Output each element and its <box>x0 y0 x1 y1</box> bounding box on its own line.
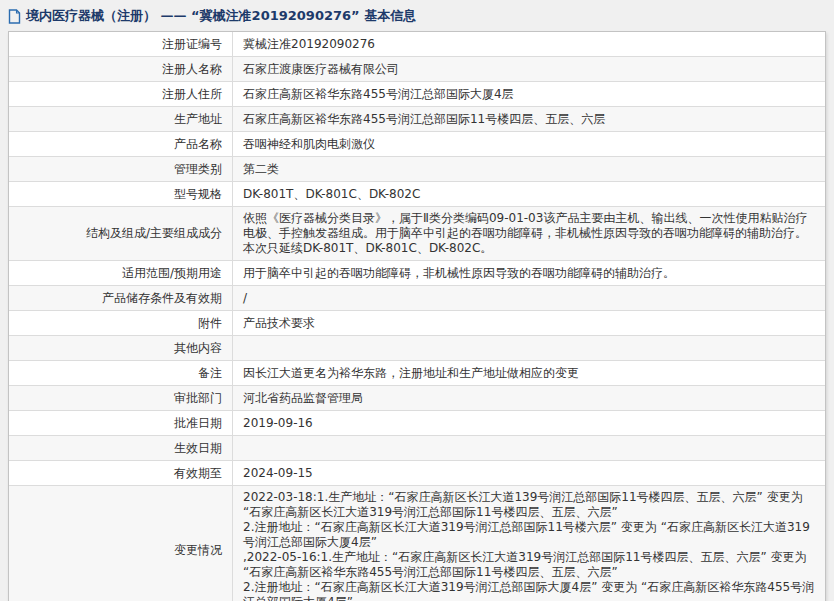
table-row-other-content: 其他内容 <box>9 336 825 361</box>
table-row-structure-composition: 结构及组成/主要组成成分 依照《医疗器械分类目录》，属于Ⅱ类分类编码09-01-… <box>9 207 825 261</box>
row-label: 结构及组成/主要组成成分 <box>9 207 233 260</box>
row-value: 2022-03-18:1.生产地址：“石家庄高新区长江大道139号润江总部国际1… <box>243 490 815 601</box>
row-label: 生产地址 <box>9 107 233 131</box>
table-row-production-address: 生产地址 石家庄高新区裕华东路455号润江总部国际11号楼四层、五层、六层 <box>9 107 825 132</box>
row-label: 生效日期 <box>9 436 233 460</box>
row-label: 审批部门 <box>9 386 233 410</box>
row-value: 石家庄高新区裕华东路455号润江总部国际大厦4层 <box>243 87 514 102</box>
row-value: 2024-09-15 <box>243 466 313 481</box>
table-row-model-spec: 型号规格 DK-801T、DK-801C、DK-802C <box>9 182 825 207</box>
row-label: 其他内容 <box>9 336 233 360</box>
row-value: 2019-09-16 <box>243 416 313 431</box>
row-label: 产品储存条件及有效期 <box>9 286 233 310</box>
table-row-registrant-address: 注册人住所 石家庄高新区裕华东路455号润江总部国际大厦4层 <box>9 82 825 107</box>
row-value: 产品技术要求 <box>243 316 315 331</box>
table-row-intended-use: 适用范围/预期用途 用于脑卒中引起的吞咽功能障碍，非机械性原因导致的吞咽功能障碍… <box>9 261 825 286</box>
table-row-approval-date: 批准日期 2019-09-16 <box>9 411 825 436</box>
row-value: 用于脑卒中引起的吞咽功能障碍，非机械性原因导致的吞咽功能障碍的辅助治疗。 <box>243 266 675 281</box>
table-row-effective-date: 生效日期 <box>9 436 825 461</box>
row-label: 型号规格 <box>9 182 233 206</box>
row-label: 批准日期 <box>9 411 233 435</box>
table-row-registration-number: 注册证编号 冀械注准20192090276 <box>9 32 825 57</box>
table-row-valid-until: 有效期至 2024-09-15 <box>9 461 825 486</box>
row-value: 石家庄高新区裕华东路455号润江总部国际11号楼四层、五层、六层 <box>243 112 605 127</box>
row-label: 产品名称 <box>9 132 233 156</box>
table-row-management-category: 管理类别 第二类 <box>9 157 825 182</box>
row-label: 附件 <box>9 311 233 335</box>
table-row-storage-conditions: 产品储存条件及有效期 / <box>9 286 825 311</box>
row-label: 注册人名称 <box>9 57 233 81</box>
row-label: 适用范围/预期用途 <box>9 261 233 285</box>
document-icon <box>8 9 21 24</box>
table-row-attachment: 附件 产品技术要求 <box>9 311 825 336</box>
page-title-bar: 境内医疗器械（注册） —— “冀械注准20192090276” 基本信息 <box>0 0 834 31</box>
row-value: 依照《医疗器械分类目录》，属于Ⅱ类分类编码09-01-03该产品主要由主机、输出… <box>243 211 815 256</box>
row-value: DK-801T、DK-801C、DK-802C <box>243 187 420 202</box>
row-label: 变更情况 <box>9 486 233 601</box>
row-value: 河北省药品监督管理局 <box>243 391 363 406</box>
row-value: 因长江大道更名为裕华东路，注册地址和生产地址做相应的变更 <box>243 366 579 381</box>
row-value: 冀械注准20192090276 <box>243 37 375 52</box>
row-value: 石家庄渡康医疗器械有限公司 <box>243 62 399 77</box>
registration-info-table: 注册证编号 冀械注准20192090276 注册人名称 石家庄渡康医疗器械有限公… <box>8 31 826 601</box>
row-label: 管理类别 <box>9 157 233 181</box>
table-row-approval-department: 审批部门 河北省药品监督管理局 <box>9 386 825 411</box>
row-label: 备注 <box>9 361 233 385</box>
page-title: 境内医疗器械（注册） —— “冀械注准20192090276” 基本信息 <box>26 7 416 25</box>
table-row-product-name: 产品名称 吞咽神经和肌肉电刺激仪 <box>9 132 825 157</box>
table-row-change-history: 变更情况 2022-03-18:1.生产地址：“石家庄高新区长江大道139号润江… <box>9 486 825 601</box>
row-value: 第二类 <box>243 162 279 177</box>
table-row-remarks: 备注 因长江大道更名为裕华东路，注册地址和生产地址做相应的变更 <box>9 361 825 386</box>
table-row-registrant-name: 注册人名称 石家庄渡康医疗器械有限公司 <box>9 57 825 82</box>
row-label: 有效期至 <box>9 461 233 485</box>
row-value: / <box>243 291 247 306</box>
row-label: 注册证编号 <box>9 32 233 56</box>
row-label: 注册人住所 <box>9 82 233 106</box>
row-value: 吞咽神经和肌肉电刺激仪 <box>243 137 375 152</box>
